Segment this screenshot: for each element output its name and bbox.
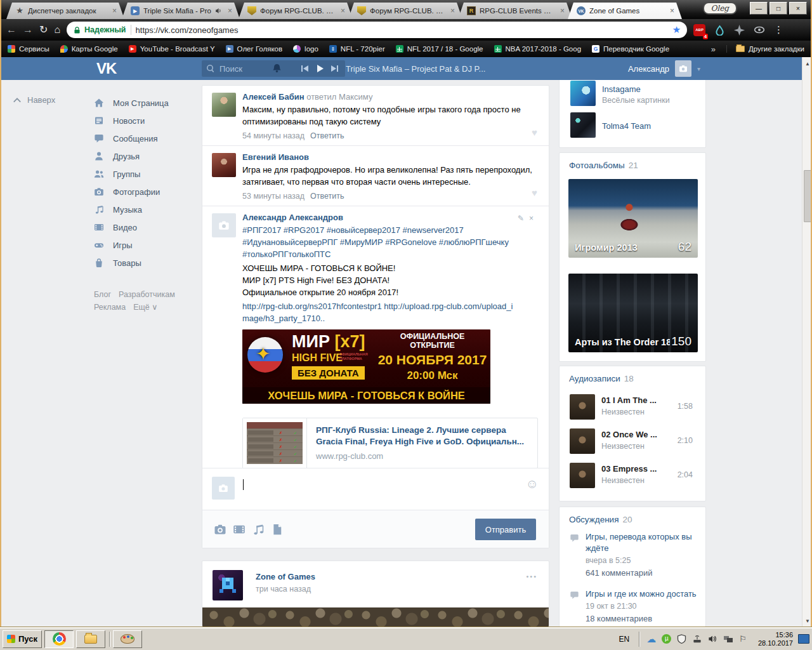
volume-tray-icon[interactable] bbox=[708, 634, 717, 644]
albums-title-link[interactable]: Фотоальбомы bbox=[569, 161, 625, 170]
utorrent-tray-icon[interactable]: µ bbox=[662, 634, 671, 644]
star-extension-icon[interactable] bbox=[734, 25, 745, 36]
url-text[interactable]: https://vk.com/zoneofgames bbox=[136, 25, 668, 35]
nav-friends[interactable]: Друзья bbox=[94, 147, 199, 165]
show-desktop-button[interactable] bbox=[798, 634, 809, 644]
like-heart-icon[interactable]: ♥ bbox=[532, 187, 537, 198]
shield-tray-icon[interactable] bbox=[677, 634, 686, 644]
audio-track[interactable]: 03 Empress ... Неизвестен 2:04 bbox=[570, 463, 695, 488]
tab-close-icon[interactable]: × bbox=[339, 6, 346, 15]
hashtags[interactable]: #РПГ2017 #RPG2017 #новыйсервер2017 #news… bbox=[242, 224, 515, 260]
browser-menu-icon[interactable]: ⋮ bbox=[774, 24, 784, 36]
audio-track[interactable]: 01 I Am The ... Неизвестен 1:58 bbox=[570, 394, 695, 420]
tab-forum-2[interactable]: Форум RPG-CLUB. Тема × bbox=[348, 3, 462, 19]
taskbar-chrome-button[interactable] bbox=[44, 630, 74, 648]
delete-icon[interactable]: × bbox=[529, 214, 539, 223]
reply-button[interactable]: Ответить bbox=[310, 192, 344, 201]
tab-bookmark-manager[interactable]: ★ Диспетчер закладок × bbox=[6, 3, 124, 19]
footer-link-more[interactable]: Ещё ∨ bbox=[133, 303, 157, 312]
droplet-extension-icon[interactable] bbox=[714, 25, 725, 36]
reply-button[interactable]: Ответить bbox=[310, 131, 344, 140]
group-avatar[interactable] bbox=[213, 570, 243, 600]
cloud-tray-icon[interactable]: ☁ bbox=[646, 633, 656, 645]
back-to-top[interactable]: Наверх bbox=[13, 95, 55, 105]
album-cover[interactable]: Арты из The Order 188... 150 bbox=[568, 274, 698, 352]
post-menu-icon[interactable]: ••• bbox=[526, 573, 537, 580]
flag-tray-icon[interactable]: ⚐ bbox=[739, 634, 747, 644]
tab-forum-1[interactable]: Форум RPG-CLUB. Тем × bbox=[239, 3, 353, 19]
attach-photo-icon[interactable] bbox=[214, 523, 226, 536]
header-user-menu[interactable]: Александр ▾ bbox=[628, 60, 700, 77]
audio-track[interactable]: 02 Once We ... Неизвестен 2:10 bbox=[570, 428, 695, 454]
discussion-item[interactable]: Игры и где их можно достать 19 окт в 21:… bbox=[570, 588, 697, 623]
adblock-icon[interactable]: ABP4 bbox=[693, 24, 705, 36]
reload-icon[interactable]: ↻ bbox=[39, 25, 48, 35]
bookmark-nba-sheet[interactable]: NBA 2017-2018 - Goog bbox=[494, 45, 582, 53]
comment-author-link[interactable]: Алексей Бабин bbox=[242, 92, 304, 102]
close-button[interactable]: × bbox=[789, 2, 807, 15]
avatar-placeholder[interactable] bbox=[212, 213, 236, 237]
network-tray-icon[interactable] bbox=[723, 635, 733, 644]
minimize-button[interactable]: — bbox=[750, 2, 768, 15]
nav-photos[interactable]: Фотографии bbox=[94, 183, 199, 201]
comment-author-link[interactable]: Евгений Иванов bbox=[242, 152, 309, 162]
attach-audio-icon[interactable] bbox=[252, 523, 265, 536]
post-image[interactable] bbox=[202, 607, 549, 627]
audios-title-link[interactable]: Аудиозаписи bbox=[569, 374, 620, 383]
nav-my-page[interactable]: Моя Страница bbox=[94, 94, 199, 112]
tab-close-icon[interactable]: × bbox=[559, 6, 566, 15]
group-avatar[interactable] bbox=[570, 112, 596, 138]
edit-pencil-icon[interactable]: ✎ bbox=[518, 214, 529, 223]
forward-icon[interactable]: → bbox=[23, 25, 33, 35]
tab-close-icon[interactable]: × bbox=[111, 6, 118, 15]
player-prev-icon[interactable] bbox=[301, 65, 303, 72]
discussion-item[interactable]: Игры, перевода которых вы ждёте вчера в … bbox=[570, 531, 697, 578]
album-cover[interactable]: Игромир 2013 62 bbox=[568, 179, 698, 258]
tab-zone-of-games[interactable]: VK Zone of Games × bbox=[568, 3, 682, 19]
nav-news[interactable]: Новости bbox=[94, 112, 199, 129]
avatar[interactable] bbox=[212, 93, 236, 117]
home-icon[interactable]: ⌂ bbox=[54, 25, 60, 35]
footer-link-blog[interactable]: Блог bbox=[94, 290, 111, 299]
nav-video[interactable]: Видео bbox=[94, 218, 199, 236]
footer-link-developers[interactable]: Разработчикам bbox=[119, 290, 175, 299]
bookmark-nfl-pier[interactable]: ⇕NFL - 720pier bbox=[329, 45, 385, 53]
group-avatar[interactable] bbox=[570, 81, 596, 106]
player-next-icon[interactable] bbox=[331, 65, 336, 72]
link-preview[interactable]: ✗✓ ✗✓ ✗✓ ✗✓ ✗✓ РПГ-Клуб Russia: Lineage … bbox=[242, 418, 538, 468]
attached-banner-image[interactable]: МИР [x7] HIGH FIVE ОФИЦИАЛЬНАЯ ПЛАТФОРМА… bbox=[242, 329, 490, 404]
vk-logo[interactable]: VK bbox=[96, 60, 116, 77]
now-playing-title[interactable]: Triple Six Mafia – Project Pat & DJ P... bbox=[346, 64, 492, 74]
language-indicator[interactable]: EN bbox=[613, 635, 636, 644]
tab-close-icon[interactable]: × bbox=[669, 6, 676, 15]
discussion-title[interactable]: Игры, перевода которых вы ждёте bbox=[586, 531, 697, 554]
comment-author-link[interactable]: Александр Александров bbox=[242, 213, 343, 222]
tab-music[interactable]: ▶ Triple Six Mafia - Pro × bbox=[122, 3, 240, 19]
maximize-button[interactable]: □ bbox=[769, 2, 787, 15]
nav-groups[interactable]: Группы bbox=[94, 165, 199, 183]
nav-market[interactable]: Товары bbox=[94, 254, 199, 272]
avatar[interactable] bbox=[212, 153, 236, 177]
attach-document-icon[interactable] bbox=[271, 523, 284, 536]
group-link[interactable]: Tolma4 Team bbox=[602, 121, 651, 131]
eye-extension-icon[interactable] bbox=[754, 24, 765, 36]
tab-close-icon[interactable]: × bbox=[226, 6, 233, 15]
address-bar[interactable]: Надежный https://vk.com/zoneofgames ★ bbox=[67, 22, 687, 38]
bookmark-logo[interactable]: logo bbox=[293, 45, 318, 53]
footer-link-ads[interactable]: Реклама bbox=[94, 303, 126, 312]
nav-games[interactable]: Игры bbox=[94, 236, 199, 254]
taskbar-folder-button[interactable] bbox=[76, 630, 105, 648]
player-next-icon[interactable] bbox=[337, 65, 338, 72]
bookmark-nfl-sheet[interactable]: NFL 2017 / 18 - Google bbox=[396, 45, 483, 53]
start-button[interactable]: Пуск bbox=[3, 630, 42, 648]
comment-composer[interactable]: ☺ bbox=[202, 468, 549, 510]
back-icon[interactable]: ← bbox=[6, 25, 16, 35]
tab-rpg-events[interactable]: R RPG-CLUB Events Scree × bbox=[458, 3, 572, 19]
group-link[interactable]: Instagame bbox=[602, 84, 641, 94]
bookmark-maps[interactable]: Карты Google bbox=[60, 45, 118, 53]
router-tray-icon[interactable] bbox=[692, 634, 702, 644]
send-button[interactable]: Отправить bbox=[475, 519, 536, 540]
player-play-icon[interactable] bbox=[317, 65, 324, 72]
discussion-title[interactable]: Игры и где их можно достать bbox=[586, 588, 697, 600]
post-author-link[interactable]: Zone of Games bbox=[256, 572, 315, 581]
